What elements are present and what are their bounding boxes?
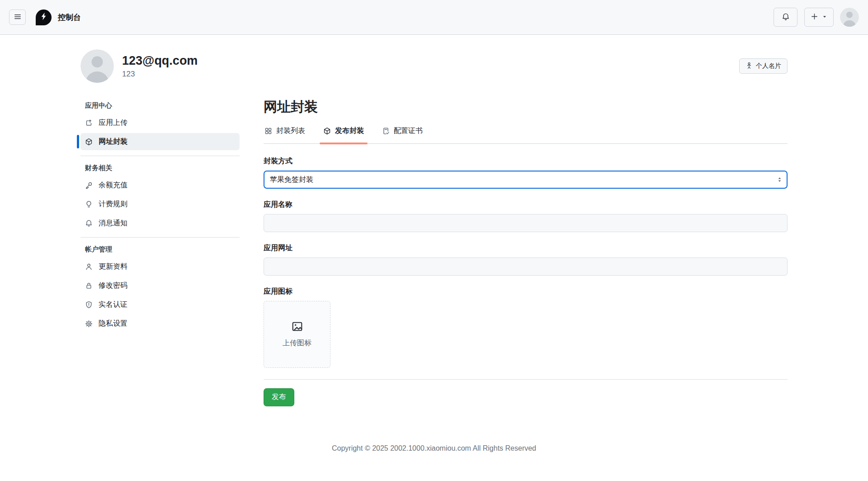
app-name-label: 应用名称 [264, 200, 788, 210]
person-icon [745, 62, 753, 71]
sidebar-item-label: 实名认证 [99, 300, 127, 310]
avatar-icon [80, 49, 114, 83]
package-icon [85, 138, 93, 146]
upload-icon-label: 上传图标 [283, 338, 311, 348]
create-new-button[interactable] [804, 8, 834, 27]
sidebar-item-label: 更新资料 [99, 262, 127, 271]
app-url-input[interactable] [264, 257, 788, 276]
tab-label: 封装列表 [276, 126, 305, 136]
sidebar: 应用中心应用上传网址封装财务相关余额充值计费规则消息通知帐户管理更新资料修改密码… [80, 98, 240, 334]
tab-label: 发布封装 [335, 126, 364, 136]
tab-bar: 封装列表发布封装配置证书 [264, 125, 788, 144]
package-method-select[interactable]: 苹果免签封装 [264, 171, 788, 189]
sidebar-section-label: 财务相关 [80, 161, 240, 176]
bell-icon [85, 219, 93, 227]
sidebar-item-billing-rules[interactable]: 计费规则 [80, 195, 240, 213]
sidebar-item-label: 消息通知 [99, 219, 127, 228]
lock-icon [85, 282, 93, 290]
profile-section: 123@qq.com 123 个人名片 [80, 49, 788, 83]
personal-card-button[interactable]: 个人名片 [739, 58, 788, 74]
app-icon-label: 应用图标 [264, 287, 788, 296]
sidebar-section-label: 帐户管理 [80, 242, 240, 258]
publish-form: 封装方式 苹果免签封装 应用名称 应用网址 应用图标 [264, 157, 788, 406]
menu-button[interactable] [9, 10, 26, 25]
sidebar-item-label: 修改密码 [99, 281, 127, 291]
tab-configure-certificate[interactable]: 配置证书 [381, 125, 424, 143]
main-content: 网址封装 封装列表发布封装配置证书 封装方式 苹果免签封装 应用名称 应用网址 [264, 98, 788, 406]
key-icon [85, 181, 93, 189]
sidebar-item-change-password[interactable]: 修改密码 [80, 277, 240, 294]
plus-icon [811, 13, 818, 22]
profile-username: 123 [122, 70, 198, 79]
avatar-icon [840, 8, 859, 27]
sidebar-item-label: 余额充值 [99, 181, 127, 190]
app-url-label: 应用网址 [264, 243, 788, 253]
notifications-button[interactable] [774, 8, 797, 27]
sidebar-item-url-packaging[interactable]: 网址封装 [80, 133, 240, 150]
app-title: 控制台 [58, 12, 81, 23]
publish-button[interactable]: 发布 [264, 388, 294, 406]
hamburger-icon [14, 13, 22, 22]
lightning-icon [39, 12, 48, 23]
tab-package-list[interactable]: 封装列表 [264, 125, 306, 143]
sidebar-item-label: 应用上传 [99, 118, 127, 128]
upload-icon [85, 119, 93, 127]
file-check-icon [382, 127, 390, 135]
app-name-input[interactable] [264, 214, 788, 232]
image-icon [291, 320, 303, 333]
shield-icon [85, 301, 93, 309]
sidebar-divider [80, 237, 240, 238]
gear-icon [85, 320, 93, 328]
sidebar-item-update-profile[interactable]: 更新资料 [80, 258, 240, 275]
package-method-label: 封装方式 [264, 157, 788, 166]
sidebar-item-privacy-settings[interactable]: 隐私设置 [80, 315, 240, 332]
copyright-footer: Copyright © 2025 2002.1000.xiaomiou.com … [0, 444, 868, 452]
header-avatar[interactable] [840, 8, 859, 27]
sidebar-item-balance-recharge[interactable]: 余额充值 [80, 176, 240, 194]
tab-label: 配置证书 [394, 126, 423, 136]
sidebar-item-label: 隐私设置 [99, 319, 127, 329]
sidebar-section-label: 应用中心 [80, 98, 240, 114]
tab-publish-package[interactable]: 发布封装 [322, 125, 365, 143]
form-divider [264, 379, 788, 380]
icon-upload-dropzone[interactable]: 上传图标 [264, 301, 330, 368]
package-icon [323, 127, 331, 135]
profile-avatar [80, 49, 114, 83]
apps-icon [264, 127, 272, 135]
sidebar-item-real-name-verification[interactable]: 实名认证 [80, 296, 240, 313]
sidebar-divider [80, 156, 240, 156]
person-icon [85, 263, 93, 271]
bell-icon [782, 13, 790, 22]
personal-card-label: 个人名片 [756, 62, 781, 70]
sidebar-item-label: 网址封装 [99, 137, 127, 147]
page-title: 网址封装 [264, 98, 788, 115]
app-logo [36, 10, 52, 25]
sidebar-item-message-notifications[interactable]: 消息通知 [80, 214, 240, 232]
app-header: 控制台 [0, 0, 868, 35]
lightbulb-icon [85, 200, 93, 208]
profile-email: 123@qq.com [122, 53, 198, 68]
sidebar-item-label: 计费规则 [99, 200, 127, 209]
sidebar-item-app-upload[interactable]: 应用上传 [80, 114, 240, 131]
caret-down-icon [822, 14, 827, 21]
